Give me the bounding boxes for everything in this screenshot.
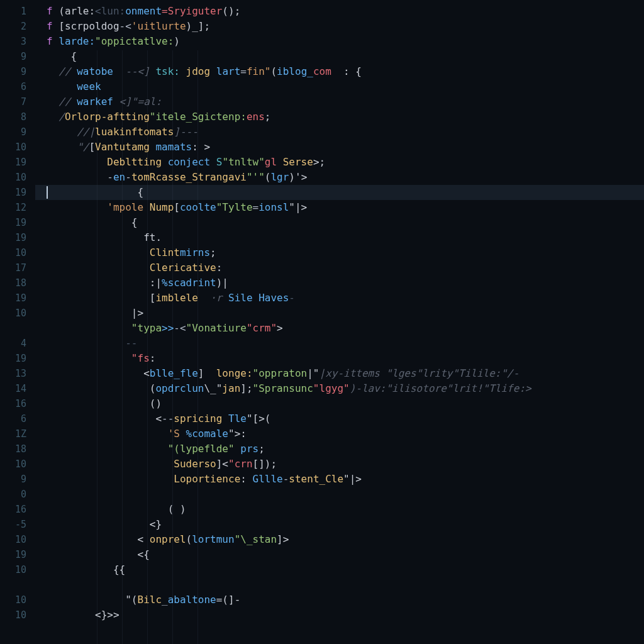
code-line[interactable]: <}>> bbox=[35, 608, 644, 623]
code-line[interactable]: <} bbox=[35, 517, 644, 532]
code-token: Tle bbox=[222, 413, 247, 425]
code-token: jdog bbox=[180, 65, 210, 77]
code-area[interactable]: f (arle:<lun:onment=Sryiguter();f [scrpo… bbox=[35, 0, 644, 644]
code-line[interactable]: f (arle:<lun:onment=Sryiguter(); bbox=[35, 4, 644, 19]
code-line[interactable]: ft. bbox=[35, 230, 644, 245]
code-token: Serse bbox=[277, 156, 313, 168]
code-token: --<] bbox=[113, 65, 150, 77]
code-line[interactable]: //|luakinftomats]--- bbox=[35, 125, 644, 140]
line-number: 9 bbox=[0, 125, 35, 140]
code-token: onment bbox=[125, 5, 162, 17]
code-line[interactable]: <--spricing Tle"[>( bbox=[35, 411, 644, 426]
code-token: ( bbox=[265, 171, 271, 183]
code-token: : bbox=[216, 262, 223, 274]
code-token: longe: bbox=[216, 367, 253, 379]
code-token: <{ bbox=[47, 548, 150, 560]
code-line[interactable]: < onprel(lortmun"\_stan]> bbox=[35, 532, 644, 547]
code-line[interactable]: 'S %comale">: bbox=[35, 426, 644, 441]
code-line[interactable]: "(lypeflde" prs; bbox=[35, 441, 644, 457]
code-token: prs bbox=[235, 443, 259, 455]
code-line[interactable]: <{ bbox=[35, 547, 644, 562]
code-token: ) bbox=[174, 35, 180, 47]
line-number: 8 bbox=[0, 109, 35, 125]
code-editor[interactable]: 1239967891019101912191910171819104191314… bbox=[0, 0, 644, 644]
code-token: com bbox=[313, 65, 331, 77]
code-token: = bbox=[240, 65, 247, 77]
code-line[interactable]: "fs: bbox=[35, 351, 644, 366]
code-line[interactable]: {{ bbox=[35, 562, 644, 577]
code-token: week bbox=[47, 80, 101, 92]
code-line[interactable]: Suderso]<"crn[]); bbox=[35, 457, 644, 472]
code-token: tomRcasse_Strangavi bbox=[131, 171, 247, 183]
line-number: 10 bbox=[0, 608, 35, 623]
line-number: 1Z bbox=[0, 426, 35, 441]
code-line[interactable]: Clericative: bbox=[35, 260, 644, 275]
code-token: "|> bbox=[343, 473, 362, 485]
code-token: < bbox=[47, 413, 162, 425]
code-line[interactable]: "(Bilc_abaltone=(]- bbox=[35, 592, 644, 608]
line-number: 19 bbox=[0, 185, 35, 200]
code-line[interactable] bbox=[35, 487, 644, 502]
code-line[interactable]: week bbox=[35, 79, 644, 94]
code-line[interactable]: // warkef <]"=al: bbox=[35, 94, 644, 109]
code-line[interactable]: Debltting conject S"tnltw"gl Serse>; bbox=[35, 155, 644, 170]
code-token: "crn bbox=[228, 458, 253, 470]
line-number: 13 bbox=[0, 366, 35, 381]
line-number: 19 bbox=[0, 230, 35, 245]
code-line[interactable]: Clintmirns; bbox=[35, 245, 644, 260]
code-token bbox=[47, 322, 131, 334]
code-token: "tnltw" bbox=[222, 156, 264, 168]
code-line[interactable]: "typa>>-<"Vonatiure"crm"> bbox=[35, 321, 644, 336]
code-line[interactable]: f [scrpoldog-<'uitlurte)_]; bbox=[35, 19, 644, 34]
code-token: "[>( bbox=[247, 413, 271, 425]
code-line[interactable] bbox=[35, 577, 644, 592]
code-token: "(lypeflde" bbox=[168, 443, 235, 455]
code-token: coolte bbox=[180, 201, 216, 213]
code-line[interactable]: -- bbox=[35, 336, 644, 351]
code-line[interactable]: (opdrclun\_"jan];"Spransunc"lgyg")-lav:"… bbox=[35, 381, 644, 396]
line-number: 19 bbox=[0, 155, 35, 170]
code-token: : bbox=[150, 352, 156, 364]
code-line[interactable]: /Orlorp-aftting"itele_Sgictenp:ens; bbox=[35, 109, 644, 125]
code-token: luakinftomats bbox=[95, 126, 174, 138]
code-line[interactable]: () bbox=[35, 396, 644, 411]
code-token: "lgyg" bbox=[313, 382, 350, 394]
code-token: %comale bbox=[186, 428, 228, 440]
code-token: onprel bbox=[150, 533, 186, 545]
code-token: ] bbox=[198, 367, 216, 379]
line-number: 10 bbox=[0, 562, 35, 577]
line-number: 14 bbox=[0, 381, 35, 396]
code-line[interactable]: <blle_fle] longe:"oppraton|"|xy-ittems "… bbox=[35, 366, 644, 381]
code-line[interactable]: "/[Vantutamg mamats: > bbox=[35, 140, 644, 155]
code-token: ionsl bbox=[258, 201, 289, 213]
code-token: Debltting bbox=[107, 156, 162, 168]
line-number: 9 bbox=[0, 472, 35, 487]
code-token: -< bbox=[174, 322, 186, 334]
code-token: "fs bbox=[131, 352, 150, 364]
code-token: 'mpole bbox=[107, 201, 143, 213]
code-line[interactable]: { bbox=[35, 49, 644, 64]
code-token: ; bbox=[265, 111, 271, 123]
code-line[interactable]: Loportience: Gllle-stent_Cle"|> bbox=[35, 472, 644, 487]
code-line[interactable]: { bbox=[35, 185, 644, 200]
code-line[interactable]: -en-tomRcasse_Strangavi"'"(lgr)'> bbox=[35, 170, 644, 185]
code-token: lortmun bbox=[192, 533, 234, 545]
code-line[interactable]: // watobe --<] tsk: jdog lart=fin"(iblog… bbox=[35, 64, 644, 79]
line-number: 19 bbox=[0, 215, 35, 230]
code-token bbox=[47, 473, 174, 485]
line-number bbox=[0, 321, 35, 336]
code-line[interactable]: :|%scadrint)| bbox=[35, 275, 644, 291]
line-number: 1 bbox=[0, 4, 35, 19]
code-line[interactable]: 'mpole Nump[coolte"Tylte=ionsl"|> bbox=[35, 200, 644, 215]
code-token: >> bbox=[162, 322, 174, 334]
code-line[interactable]: |> bbox=[35, 306, 644, 321]
code-line[interactable]: [imblele ·r Sile Haves- bbox=[35, 291, 644, 306]
code-token: )'> bbox=[289, 171, 307, 183]
code-line[interactable]: { bbox=[35, 215, 644, 230]
code-line[interactable]: f larde:"oppictatlve:) bbox=[35, 34, 644, 49]
code-token: "( bbox=[47, 594, 138, 606]
code-token: iblog_ bbox=[277, 65, 313, 77]
code-line[interactable]: ( ) bbox=[35, 502, 644, 517]
code-token: - bbox=[289, 292, 295, 304]
code-token: "'" bbox=[247, 171, 265, 183]
